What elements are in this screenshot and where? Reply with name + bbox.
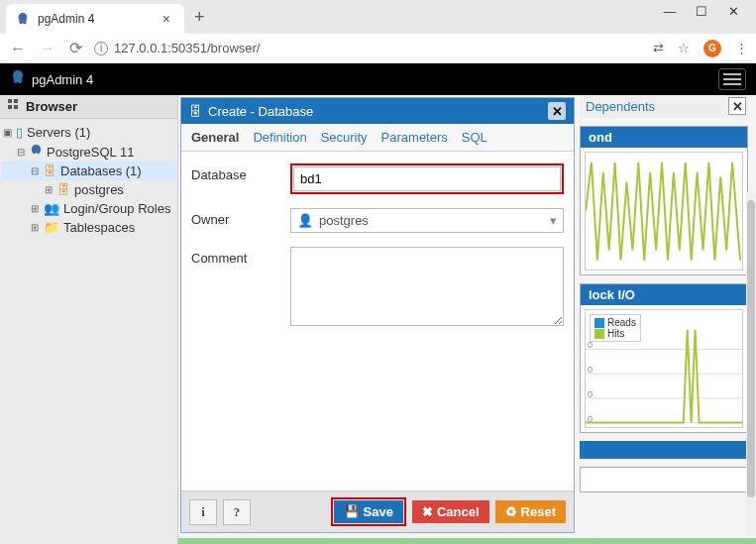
tab-title: pgAdmin 4 (38, 12, 94, 26)
help-button[interactable]: ? (223, 499, 251, 525)
create-database-dialog: 🗄 Create - Database ✕ General Definition… (180, 97, 575, 533)
panel-blue-strip (580, 441, 748, 459)
expander-icon[interactable]: ⊞ (30, 222, 40, 233)
tab-general[interactable]: General (191, 130, 239, 145)
user-icon: 👤 (297, 213, 313, 228)
tree-pg11[interactable]: ⊟ PostgreSQL 11 (2, 142, 175, 162)
save-icon: 💾 (344, 504, 360, 519)
browser-tree-icon (8, 99, 20, 114)
label-owner: Owner (191, 208, 290, 227)
elephant-icon (30, 144, 43, 160)
field-comment: Comment (191, 247, 564, 329)
tab-dependents[interactable]: Dependents (586, 99, 655, 114)
dashboard-search-input[interactable] (580, 467, 748, 492)
browser-tab[interactable]: pgAdmin 4 × (6, 4, 184, 34)
label-database: Database (191, 163, 290, 182)
dashboard-tabs-row: Dependents ✕ (580, 95, 748, 118)
vertical-scrollbar[interactable] (746, 192, 756, 536)
server-tree: ▣ ▯ Servers (1) ⊟ PostgreSQL 11 ⊟ 🗄 Data… (0, 119, 177, 241)
field-database: Database (191, 163, 564, 194)
tree-db-postgres[interactable]: ⊞ 🗄 postgres (2, 180, 175, 199)
profile-avatar[interactable]: G (703, 40, 721, 57)
label-comment: Comment (191, 247, 290, 266)
database-icon: 🗄 (44, 163, 56, 178)
tab-definition[interactable]: Definition (253, 130, 306, 145)
dialog-titlebar[interactable]: 🗄 Create - Database ✕ (181, 98, 574, 124)
nav-forward-icon[interactable]: → (38, 40, 57, 57)
owner-select[interactable]: 👤 postgres ▾ (290, 208, 564, 233)
bottom-green-strip (178, 538, 756, 544)
servers-icon: ▯ (16, 125, 23, 140)
browser-panel-title: Browser (26, 99, 77, 114)
tab-sql[interactable]: SQL (462, 130, 487, 145)
window-minimize-icon[interactable]: — (663, 4, 677, 19)
database-icon: 🗄 (189, 104, 202, 119)
hamburger-menu-icon[interactable] (718, 68, 746, 90)
panel-blockio-chart: Reads Hits 0 0 0 0 (585, 309, 743, 428)
database-name-input[interactable] (293, 166, 561, 191)
close-icon: ✖ (422, 504, 433, 519)
panel-ond: ond (580, 126, 748, 275)
caret-down-icon: ▾ (550, 213, 557, 228)
chrome-menu-icon[interactable]: ⋮ (735, 41, 748, 55)
panel-blockio-title: lock I/O (581, 284, 747, 305)
url-text: 127.0.0.1:50351/browser/ (114, 41, 260, 55)
svg-rect-3 (14, 105, 18, 109)
panel-ond-chart (585, 152, 743, 271)
tree-tablespaces[interactable]: ⊞ 📁 Tablespaces (2, 218, 175, 237)
translate-icon[interactable]: ⇄ (653, 41, 664, 55)
nav-reload-icon[interactable]: ⟳ (67, 39, 84, 57)
pgadmin-favicon (16, 12, 30, 26)
tab-security[interactable]: Security (321, 130, 368, 145)
svg-rect-1 (8, 105, 12, 109)
reset-button[interactable]: ♻ Reset (495, 500, 566, 523)
roles-icon: 👥 (44, 201, 59, 216)
expander-icon[interactable]: ⊟ (16, 147, 26, 158)
expander-icon[interactable]: ⊞ (44, 184, 54, 195)
info-button[interactable]: i (189, 499, 217, 525)
tree-servers[interactable]: ▣ ▯ Servers (1) (2, 123, 175, 142)
window-close-icon[interactable]: ✕ (726, 4, 740, 19)
tree-roles[interactable]: ⊞ 👥 Login/Group Roles (2, 199, 175, 218)
tablespace-icon: 📁 (44, 220, 59, 235)
site-info-icon[interactable]: i (94, 42, 108, 55)
expander-icon[interactable]: ⊞ (30, 203, 40, 214)
owner-value: postgres (319, 213, 369, 228)
new-tab-button[interactable]: + (184, 7, 215, 28)
svg-rect-0 (8, 99, 12, 103)
dialog-close-icon[interactable]: ✕ (548, 102, 566, 120)
recycle-icon: ♻ (505, 504, 517, 519)
tree-databases[interactable]: ⊟ 🗄 Databases (1) (2, 162, 175, 180)
panel-close-icon[interactable]: ✕ (728, 97, 746, 115)
pgadmin-logo-icon (10, 69, 26, 89)
tab-close-icon[interactable]: × (159, 11, 174, 27)
dialog-footer: i ? 💾 Save ✖ Cancel ♻ Reset (181, 490, 574, 532)
panel-blockio: lock I/O Reads Hits 0 0 0 0 (580, 283, 748, 433)
window-controls: — ☐ ✕ (663, 0, 756, 19)
window-maximize-icon[interactable]: ☐ (695, 4, 708, 19)
nav-back-icon[interactable]: ← (8, 40, 28, 57)
url-box[interactable]: i 127.0.0.1:50351/browser/ (94, 41, 643, 55)
panel-ond-title: ond (581, 127, 747, 148)
comment-textarea[interactable] (290, 247, 564, 326)
database-icon: 🗄 (57, 182, 70, 197)
tab-parameters[interactable]: Parameters (381, 130, 448, 145)
browser-sidebar: Browser ▣ ▯ Servers (1) ⊟ PostgreSQL 11 … (0, 95, 178, 544)
pgadmin-title: pgAdmin 4 (32, 72, 93, 87)
expander-icon[interactable]: ⊟ (30, 165, 40, 176)
dialog-title: Create - Database (208, 104, 313, 119)
dashboard-panels: Dependents ✕ ond lock I/O Reads Hits (580, 95, 748, 492)
pgadmin-header: pgAdmin 4 (0, 63, 756, 95)
dialog-body: Database Owner 👤 postgres ▾ Comment (181, 152, 574, 490)
expander-icon[interactable]: ▣ (2, 127, 12, 138)
browser-panel-header: Browser (0, 95, 177, 119)
dialog-tabs: General Definition Security Parameters S… (181, 124, 574, 152)
cancel-button[interactable]: ✖ Cancel (412, 500, 489, 523)
browser-titlebar: pgAdmin 4 × + — ☐ ✕ (0, 0, 756, 34)
svg-rect-2 (14, 99, 18, 103)
browser-address-bar: ← → ⟳ i 127.0.0.1:50351/browser/ ⇄ ☆ G ⋮ (0, 34, 756, 63)
bookmark-star-icon[interactable]: ☆ (678, 41, 690, 55)
field-owner: Owner 👤 postgres ▾ (191, 208, 564, 233)
save-button[interactable]: 💾 Save (334, 500, 403, 523)
